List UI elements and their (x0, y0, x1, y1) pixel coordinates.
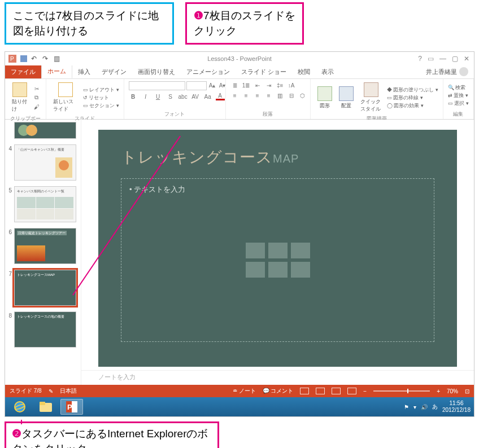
format-painter-icon[interactable]: 🖌 (32, 103, 41, 111)
reading-view-button[interactable] (332, 388, 341, 394)
align-text-button[interactable]: ⊟ (287, 91, 296, 99)
font-color-button[interactable]: A (216, 93, 225, 100)
taskbar-ie-button[interactable] (8, 399, 31, 415)
select-button[interactable]: ▭ 選択 ▾ (448, 99, 469, 107)
shape-effects-button[interactable]: ◯ 図形の効果 ▾ (387, 102, 438, 109)
line-spacing-button[interactable]: ‡≡ (276, 81, 285, 89)
tab-design[interactable]: デザイン (96, 65, 132, 78)
font-family-combo[interactable] (129, 81, 185, 90)
text-direction-button[interactable]: ↕A (287, 81, 296, 89)
shapes-button[interactable]: 図形 (315, 85, 334, 111)
tab-view[interactable]: 表示 (316, 65, 339, 78)
taskbar-powerpoint-button[interactable]: P (60, 399, 83, 415)
change-case-button[interactable]: Aa (203, 93, 212, 100)
tab-slideshow[interactable]: スライド ショー (236, 65, 292, 78)
pptx-icon: P (66, 401, 77, 412)
zoom-slider[interactable] (373, 390, 430, 392)
tray-network-icon[interactable]: ▾ (413, 404, 416, 410)
align-right-button[interactable]: ≡ (253, 91, 262, 99)
insert-chart-icon[interactable] (268, 243, 288, 258)
quick-styles-button[interactable]: クイックスタイル (358, 81, 385, 114)
shadow-button[interactable]: S (166, 93, 175, 100)
svg-rect-2 (20, 55, 27, 62)
columns-button[interactable]: ▥ (276, 91, 285, 99)
layout-button[interactable]: ▭ レイアウト ▾ (83, 86, 119, 94)
zoom-level[interactable]: 70% (447, 388, 458, 394)
reset-button[interactable]: ↺ リセット (83, 94, 119, 102)
tab-file[interactable]: ファイル (5, 65, 41, 78)
tab-insert[interactable]: 挿入 (72, 65, 96, 78)
normal-view-button[interactable] (300, 388, 309, 394)
notes-pane[interactable]: ノートを入力 (81, 370, 474, 385)
insert-picture-icon[interactable] (246, 262, 265, 278)
slide-canvas[interactable]: トレッキングコースMAP • テキストを入力 (98, 130, 457, 367)
shape-outline-button[interactable]: ▭ 図形の枠線 ▾ (387, 94, 438, 102)
char-spacing-button[interactable]: AV (191, 93, 200, 100)
tab-home[interactable]: ホーム (41, 64, 72, 78)
find-button[interactable]: 🔍 検索 (448, 84, 469, 91)
strikethrough-button[interactable]: abc (178, 93, 188, 100)
tab-animations[interactable]: アニメーション (181, 65, 236, 78)
content-placeholder[interactable]: • テキストを入力 (121, 178, 434, 342)
insert-online-picture-icon[interactable] (268, 262, 288, 278)
smartart-button[interactable]: ⬡ (298, 91, 307, 99)
tab-transitions[interactable]: 画面切り替え (132, 65, 181, 78)
tray-ime-indicator[interactable]: あ (432, 403, 438, 411)
bold-button[interactable]: B (129, 93, 138, 100)
tray-volume-icon[interactable]: 🔊 (421, 404, 428, 410)
bullets-button[interactable]: ≣ (230, 81, 240, 89)
taskbar-explorer-button[interactable] (34, 399, 57, 415)
paste-button[interactable]: 貼り付け (10, 81, 30, 114)
insert-video-icon[interactable] (291, 262, 310, 278)
close-icon[interactable]: ✕ (464, 55, 469, 63)
notes-button[interactable]: ≐ ノート (233, 387, 256, 395)
thumb-5[interactable]: キャンパス期間のイベント一覧 (14, 186, 76, 222)
new-slide-button[interactable]: 新しいスライド (51, 81, 81, 114)
section-button[interactable]: ▭ セクション ▾ (83, 102, 119, 109)
tray-flag-icon[interactable]: ⚑ (404, 404, 409, 410)
help-icon[interactable]: ? (418, 55, 422, 63)
account-area[interactable]: 井上香緒里 (420, 65, 474, 78)
decrease-indent-button[interactable]: ⇤ (253, 81, 262, 89)
cut-icon[interactable]: ✂ (32, 85, 41, 93)
slideshow-view-button[interactable] (347, 388, 356, 394)
taskbar-clock[interactable]: 11:56 2012/12/18 (442, 400, 471, 414)
spellcheck-icon[interactable]: ✎ (49, 388, 53, 394)
thumb-7[interactable]: トレッキングコースMAP (14, 270, 76, 306)
thumb-8[interactable]: トレッキングコースの地の概要 (14, 311, 76, 348)
restore-icon[interactable]: ▢ (452, 55, 458, 63)
undo-icon[interactable]: ↶ (31, 55, 39, 63)
arrange-button[interactable]: 配置 (337, 85, 356, 111)
ribbon-display-icon[interactable]: ▭ (428, 55, 434, 63)
align-center-button[interactable]: ≡ (242, 91, 251, 99)
thumb-4[interactable]: 「山ガールキャンパス秋」概要 (14, 144, 76, 181)
tab-review[interactable]: 校閲 (292, 65, 316, 78)
underline-button[interactable]: U (154, 93, 163, 100)
slide-thumbnail-pane[interactable]: 4 「山ガールキャンパス秋」概要 5 キャンパス期間のイベント一覧 6 日帰り縦 (5, 120, 81, 385)
increase-font-icon[interactable]: A▴ (208, 81, 217, 89)
start-from-beginning-icon[interactable]: ▥ (54, 55, 62, 63)
save-icon[interactable] (20, 55, 28, 63)
thumb-3-partial[interactable] (14, 122, 76, 139)
insert-smartart-icon[interactable] (291, 243, 310, 258)
language-indicator[interactable]: 日本語 (60, 387, 77, 395)
slide-title[interactable]: トレッキングコースMAP (121, 147, 434, 168)
fit-to-window-button[interactable]: ⊡ (465, 388, 469, 394)
font-size-combo[interactable] (186, 81, 207, 90)
shape-fill-button[interactable]: ◆ 図形の塗りつぶし ▾ (387, 86, 438, 94)
insert-table-icon[interactable] (246, 243, 265, 258)
justify-button[interactable]: ≡ (264, 91, 273, 99)
thumb-6[interactable]: 日帰り縦走トレッキングツアー (14, 228, 76, 264)
zoom-out-button[interactable]: − (363, 388, 367, 394)
replace-button[interactable]: ⇄ 置換 ▾ (448, 91, 469, 99)
numbering-button[interactable]: 1≣ (242, 81, 251, 89)
italic-button[interactable]: I (141, 93, 150, 100)
minimize-icon[interactable]: — (439, 55, 446, 63)
copy-icon[interactable]: ⧉ (32, 94, 41, 102)
comments-button[interactable]: 💬 コメント (263, 387, 294, 395)
sorter-view-button[interactable] (316, 388, 325, 394)
redo-icon[interactable]: ↷ (42, 55, 50, 63)
align-left-button[interactable]: ≡ (230, 91, 240, 99)
increase-indent-button[interactable]: ⇥ (264, 81, 273, 89)
zoom-in-button[interactable]: + (437, 388, 440, 394)
